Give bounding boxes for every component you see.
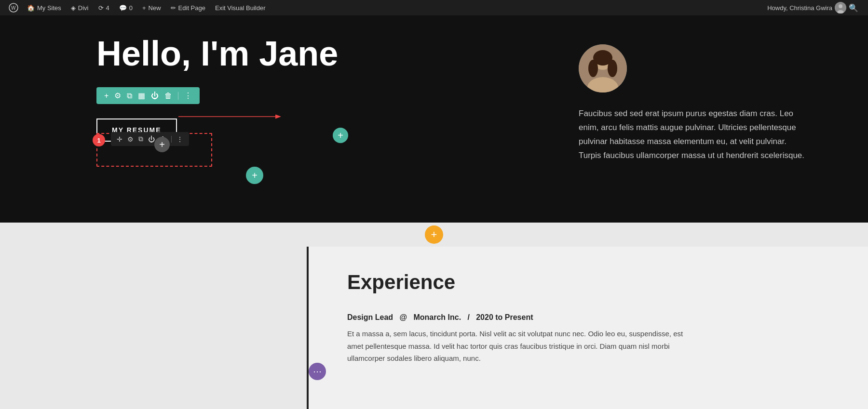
more-options-button[interactable]: ⋯ <box>309 363 326 380</box>
edit-icon: ✏ <box>171 4 176 12</box>
user-avatar[interactable] <box>835 2 846 13</box>
etb-duplicate-icon[interactable]: ⧉ <box>138 135 143 143</box>
updates-icon: ⟳ <box>98 4 104 12</box>
add-icon: + <box>142 4 146 12</box>
etb-divider <box>171 136 172 143</box>
updates-menu[interactable]: ⟳ 4 <box>94 0 114 15</box>
toolbar-settings-icon[interactable]: ⚙ <box>114 91 121 100</box>
etb-disable-icon[interactable]: ⏻ <box>148 135 155 143</box>
my-sites-menu[interactable]: 🏠 My Sites <box>22 0 66 15</box>
job-title-row: Design Lead @ Monarch Inc. / 2020 to Pre… <box>347 313 829 322</box>
page-wrapper: Hello, I'm Jane + ⚙ ⧉ ▦ ⏻ 🗑 ⋮ MY RESUME … <box>0 15 868 409</box>
admin-bar-user: Howdy, Christina Gwira 🔍 <box>762 2 863 13</box>
hero-left: Hello, I'm Jane + ⚙ ⧉ ▦ ⏻ 🗑 ⋮ MY RESUME … <box>96 35 540 194</box>
add-section-button-main[interactable]: + <box>425 225 443 244</box>
add-button-element[interactable]: + <box>154 137 170 152</box>
comments-icon: 💬 <box>119 4 127 12</box>
section-add-row: + <box>0 223 868 247</box>
svg-point-11 <box>588 60 598 77</box>
comments-menu[interactable]: 💬 0 <box>114 0 137 15</box>
toolbar-disable-icon[interactable]: ⏻ <box>151 92 159 100</box>
decorative-border <box>307 247 309 409</box>
svg-point-3 <box>839 4 842 8</box>
exit-builder-button[interactable]: Exit Visual Builder <box>210 0 271 15</box>
svg-text:W: W <box>11 5 16 11</box>
edit-page-button[interactable]: ✏ Edit Page <box>166 0 210 15</box>
add-section-button-left[interactable]: + <box>246 167 263 184</box>
element-toolbar[interactable]: ✛ ⚙ ⧉ ⏻ 🗑 ⋮ <box>111 132 189 146</box>
etb-settings-icon[interactable]: ⚙ <box>127 135 134 143</box>
toolbar-divider <box>178 92 178 100</box>
sites-icon: 🏠 <box>27 4 35 12</box>
hero-teal-toolbar[interactable]: + ⚙ ⧉ ▦ ⏻ 🗑 ⋮ <box>96 87 200 104</box>
toolbar-duplicate-icon[interactable]: ⧉ <box>127 92 132 100</box>
job-description: Et a massa a, sem lacus, tincidunt porta… <box>347 328 685 365</box>
admin-bar: W 🏠 My Sites ◈ Divi ⟳ 4 💬 0 + New ✏ Edit… <box>0 0 868 15</box>
toolbar-add-icon[interactable]: + <box>104 92 108 100</box>
etb-move-icon[interactable]: ✛ <box>117 135 122 143</box>
etb-more-icon[interactable]: ⋮ <box>176 135 183 143</box>
resume-area: MY RESUME ✛ ⚙ ⧉ ⏻ 🗑 ⋮ 1 + <box>96 119 540 142</box>
new-menu[interactable]: + New <box>137 0 166 15</box>
hero-section: Hello, I'm Jane + ⚙ ⧉ ▦ ⏻ 🗑 ⋮ MY RESUME … <box>0 15 868 223</box>
hero-body-text: Faucibus sed sed erat ipsum purus egesta… <box>579 107 810 163</box>
hero-right: Faucibus sed sed erat ipsum purus egesta… <box>579 35 820 194</box>
add-column-button[interactable]: + <box>333 128 348 143</box>
light-left-panel <box>0 247 309 409</box>
svg-point-12 <box>608 60 617 77</box>
divi-menu[interactable]: ◈ Divi <box>66 0 94 15</box>
toolbar-columns-icon[interactable]: ▦ <box>138 91 145 100</box>
experience-panel: Experience Design Lead @ Monarch Inc. / … <box>309 247 868 409</box>
element-badge: 1 <box>93 134 105 146</box>
hero-title: Hello, I'm Jane <box>96 35 540 73</box>
search-icon[interactable]: 🔍 <box>849 3 858 13</box>
light-section: Experience Design Lead @ Monarch Inc. / … <box>0 247 868 409</box>
job-title: Design Lead @ Monarch Inc. / 2020 to Pre… <box>347 313 533 321</box>
experience-title: Experience <box>347 271 829 294</box>
wordpress-logo[interactable]: W <box>5 0 22 15</box>
profile-avatar <box>579 44 627 92</box>
toolbar-delete-icon[interactable]: 🗑 <box>164 92 172 100</box>
toolbar-more-icon[interactable]: ⋮ <box>184 91 192 100</box>
divi-icon: ◈ <box>71 4 76 12</box>
